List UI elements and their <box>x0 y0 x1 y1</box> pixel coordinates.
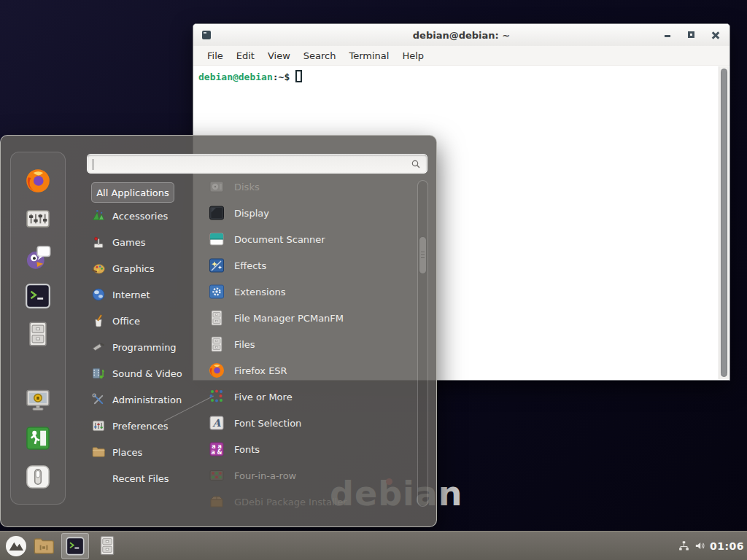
grip-line <box>421 254 425 255</box>
app-fonts[interactable]: Fonts <box>208 436 414 462</box>
category-all-applications[interactable]: All Applications <box>91 182 174 203</box>
search-caret <box>93 159 93 170</box>
taskbar-clock[interactable]: 01:06 <box>710 532 744 560</box>
prompt-dollar: $ <box>284 71 290 82</box>
file-cabinet-icon <box>96 534 118 556</box>
fonts-icon <box>208 440 225 458</box>
graphics-icon <box>91 261 106 276</box>
category-programming[interactable]: Programming <box>91 334 212 360</box>
places-icon <box>91 445 106 459</box>
app-gdebi-package-installer[interactable]: GDebi Package Installer <box>208 489 414 508</box>
favorite-file-manager[interactable] <box>24 320 52 348</box>
app-document-scanner[interactable]: Document Scanner <box>208 226 414 252</box>
app-label: GDebi Package Installer <box>234 497 347 508</box>
category-graphics[interactable]: Graphics <box>91 255 212 281</box>
games-icon <box>91 235 106 249</box>
app-label: Files <box>234 339 255 350</box>
programming-icon <box>91 340 106 354</box>
menu-scrollbar-thumb[interactable] <box>419 236 427 274</box>
volume-icon[interactable] <box>694 540 706 552</box>
menu-help[interactable]: Help <box>395 50 430 61</box>
menu-edit[interactable]: Edit <box>230 50 261 61</box>
terminal-icon <box>24 282 52 310</box>
menu-logo-icon <box>4 534 28 558</box>
lock-screen-icon <box>24 386 52 414</box>
gdebi-icon <box>208 493 225 508</box>
application-list: Disks Display Document Scanner Effects E… <box>208 174 414 508</box>
category-places[interactable]: Places <box>91 439 212 465</box>
app-four-in-a-row[interactable]: Four-in-a-row <box>208 462 414 489</box>
application-menu: All Applications Accessories Games Graph… <box>0 135 437 527</box>
favorites-panel <box>10 152 66 505</box>
category-label: Graphics <box>112 263 154 274</box>
taskbar-menu-button[interactable] <box>4 534 28 558</box>
favorite-firefox[interactable] <box>24 167 52 195</box>
category-office[interactable]: Office <box>91 308 212 334</box>
menu-file[interactable]: File <box>201 50 230 61</box>
favorite-mixer[interactable] <box>24 205 52 233</box>
administration-icon <box>91 392 106 407</box>
disks-icon <box>208 178 225 195</box>
category-administration[interactable]: Administration <box>91 386 212 413</box>
network-icon[interactable] <box>678 540 690 552</box>
minimize-button[interactable] <box>662 30 673 40</box>
sound-video-icon <box>91 366 106 381</box>
menu-search[interactable]: Search <box>297 50 343 61</box>
terminal-icon <box>65 536 85 556</box>
taskbar-file-manager-task[interactable] <box>96 534 118 558</box>
category-games[interactable]: Games <box>91 229 212 255</box>
app-extensions[interactable]: Extensions <box>208 279 414 305</box>
app-effects[interactable]: Effects <box>208 252 414 279</box>
category-label: Office <box>112 316 140 327</box>
terminal-cursor <box>295 70 302 82</box>
close-button[interactable] <box>711 30 721 40</box>
app-files[interactable]: Files <box>208 331 414 357</box>
app-firefox-esr[interactable]: Firefox ESR <box>208 357 414 384</box>
app-display[interactable]: Display <box>208 200 414 226</box>
category-preferences[interactable]: Preferences <box>91 413 212 439</box>
extensions-icon <box>208 283 225 300</box>
terminal-scrollbar-thumb[interactable] <box>721 69 727 377</box>
file-cabinet-icon <box>208 335 225 353</box>
category-accessories[interactable]: Accessories <box>91 203 212 229</box>
terminal-scrollbar[interactable] <box>719 66 729 379</box>
category-sound-video[interactable]: Sound & Video <box>91 360 212 386</box>
favorite-terminal[interactable] <box>24 282 52 310</box>
scanner-icon <box>208 230 225 248</box>
menu-view[interactable]: View <box>261 50 297 61</box>
taskbar-terminal-task[interactable] <box>61 533 89 559</box>
category-label: All Applications <box>96 187 169 198</box>
menu-scrollbar[interactable] <box>417 180 428 507</box>
category-recent-files[interactable]: Recent Files <box>91 465 212 491</box>
menu-terminal[interactable]: Terminal <box>342 50 395 61</box>
favorite-pidgin[interactable] <box>24 244 52 271</box>
category-internet[interactable]: Internet <box>91 281 212 308</box>
log-out-button[interactable] <box>24 424 52 452</box>
quit-button[interactable] <box>24 463 52 491</box>
font-selection-icon <box>208 414 225 432</box>
app-disks[interactable]: Disks <box>208 174 414 200</box>
terminal-window-title: debian@debian: ~ <box>413 30 510 41</box>
app-label: Document Scanner <box>234 234 325 245</box>
mixer-icon <box>24 205 52 233</box>
app-five-or-more[interactable]: Five or More <box>208 384 414 410</box>
internet-icon <box>91 287 106 302</box>
maximize-button[interactable] <box>686 30 697 40</box>
taskbar-desktop-folder[interactable] <box>32 534 55 558</box>
terminal-window-icon <box>202 31 211 39</box>
terminal-titlebar[interactable]: debian@debian: ~ <box>193 24 729 47</box>
file-cabinet-icon <box>24 320 52 348</box>
app-font-selection[interactable]: Font Selection <box>208 410 414 436</box>
firefox-icon <box>208 362 225 379</box>
app-label: Firefox ESR <box>234 365 287 376</box>
grip-line <box>421 252 425 252</box>
category-label: Games <box>112 237 145 248</box>
category-label: Recent Files <box>112 473 169 484</box>
accessories-icon <box>91 209 106 223</box>
app-file-manager-pcmanfm[interactable]: File Manager PCManFM <box>208 305 414 331</box>
file-cabinet-icon <box>208 309 225 327</box>
lock-screen-button[interactable] <box>24 386 52 414</box>
app-label: Font Selection <box>234 418 301 429</box>
menu-search-input[interactable] <box>93 156 409 171</box>
no-icon <box>91 471 106 486</box>
